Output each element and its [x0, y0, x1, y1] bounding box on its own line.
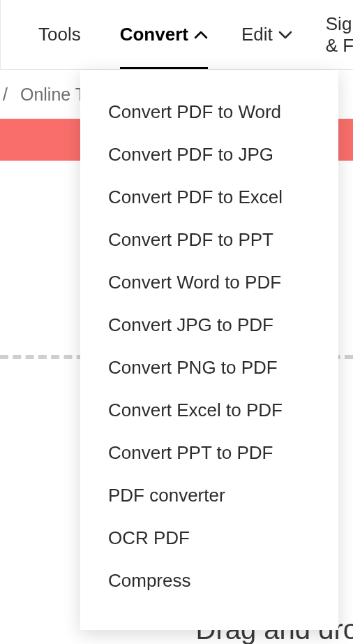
dropdown-item-ocr-pdf[interactable]: OCR PDF	[80, 517, 338, 559]
nav-tools-label: Tools	[38, 24, 81, 45]
nav-edit-label: Edit	[241, 24, 273, 45]
dropdown-item-pdf-to-word[interactable]: Convert PDF to Word	[80, 91, 338, 133]
nav-edit[interactable]: Edit	[225, 0, 309, 69]
nav-sign-label: Sign & F	[326, 13, 353, 57]
breadcrumb-separator: /	[3, 85, 8, 105]
chevron-down-icon	[278, 29, 292, 41]
dropdown-item-ppt-to-pdf[interactable]: Convert PPT to PDF	[80, 432, 338, 474]
nav-convert-label: Convert	[120, 24, 188, 45]
dropdown-item-png-to-pdf[interactable]: Convert PNG to PDF	[80, 346, 338, 389]
convert-dropdown: Convert PDF to Word Convert PDF to JPG C…	[80, 70, 338, 630]
dropdown-item-pdf-converter[interactable]: PDF converter	[80, 474, 338, 517]
dropdown-item-jpg-to-pdf[interactable]: Convert JPG to PDF	[80, 304, 338, 346]
nav-convert[interactable]: Convert	[103, 0, 225, 69]
dropdown-item-pdf-to-jpg[interactable]: Convert PDF to JPG	[80, 133, 338, 176]
dropdown-item-pdf-to-ppt[interactable]: Convert PDF to PPT	[80, 219, 338, 261]
nav-tools[interactable]: Tools	[22, 0, 103, 69]
chevron-up-icon	[194, 29, 208, 41]
dropdown-item-word-to-pdf[interactable]: Convert Word to PDF	[80, 261, 338, 304]
nav-sign[interactable]: Sign & F	[309, 0, 353, 69]
nav-bar: Tools Convert Edit Sign & F	[0, 0, 353, 70]
dropdown-item-pdf-to-excel[interactable]: Convert PDF to Excel	[80, 176, 338, 219]
dropdown-item-excel-to-pdf[interactable]: Convert Excel to PDF	[80, 389, 338, 432]
dropdown-item-compress[interactable]: Compress	[80, 559, 338, 602]
